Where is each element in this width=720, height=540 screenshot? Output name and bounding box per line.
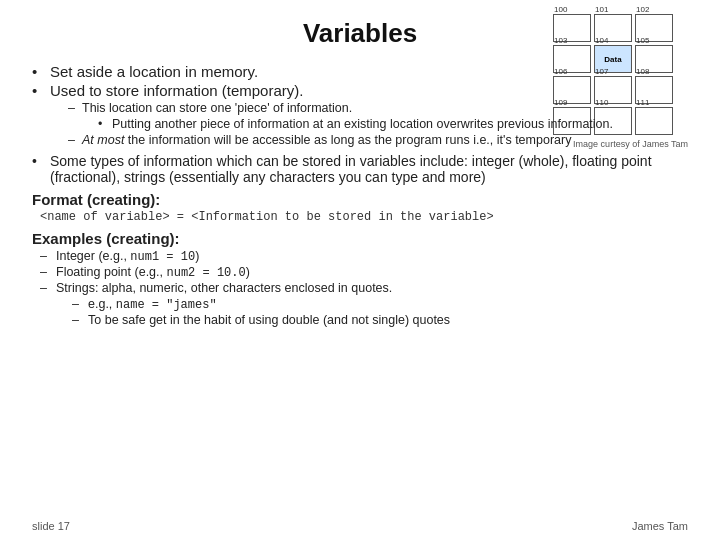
example-1: Integer (e.g., num1 = 10) [40, 249, 688, 264]
examples-section: Examples (creating): Integer (e.g., num1… [32, 230, 688, 327]
bullet-2: Used to store information (temporary). T… [32, 82, 688, 147]
main-bullets: Set aside a location in memory. Used to … [32, 63, 688, 147]
example-3-sub-2: To be safe get in the habit of using dou… [72, 313, 688, 327]
examples-title: Examples (creating): [32, 230, 688, 247]
format-section: Format (creating): <name of variable> = … [32, 191, 688, 224]
example-3: Strings: alpha, numeric, other character… [40, 281, 688, 327]
sub-sub-list-1: Putting another piece of information at … [98, 117, 688, 131]
sub-list-1: This location can store one 'piece' of i… [68, 101, 688, 147]
format-code: <name of variable> = <Information to be … [40, 210, 494, 224]
example-3-subs: e.g., name = "james" To be safe get in t… [72, 297, 688, 327]
example-2: Floating point (e.g., num2 = 10.0) [40, 265, 688, 280]
sub-sub-item-1: Putting another piece of information at … [98, 117, 688, 131]
sub-item-2: At most the information will be accessib… [68, 133, 688, 147]
format-title: Format (creating): [32, 191, 160, 208]
bullet-3: Some types of information which can be s… [32, 153, 688, 185]
bullet-1: Set aside a location in memory. [32, 63, 688, 80]
examples-list: Integer (e.g., num1 = 10) Floating point… [40, 249, 688, 327]
slide: 100 101 102 103 104 Data 105 106 [0, 0, 720, 540]
example-3-sub-1: e.g., name = "james" [72, 297, 688, 312]
slide-number: slide 17 [32, 520, 70, 532]
author-credit: James Tam [632, 520, 688, 532]
sub-item-1: This location can store one 'piece' of i… [68, 101, 688, 131]
